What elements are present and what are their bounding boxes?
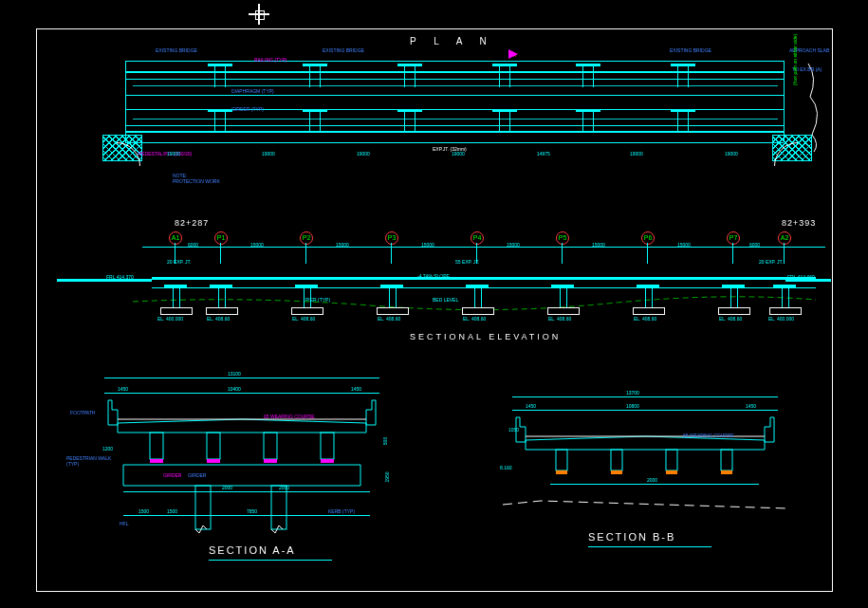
label-pedestrian: PEDESTRIAN WALK (TYP) — [66, 455, 111, 467]
svg-rect-7 — [321, 459, 334, 463]
section-a-svg — [95, 396, 398, 548]
marker-a1: A1 — [169, 231, 182, 245]
marker-p7: P7 — [727, 231, 740, 245]
marker-a2: A2 — [778, 231, 791, 245]
svg-rect-0 — [150, 433, 163, 459]
depth-b: 8.160 — [500, 465, 512, 470]
label-railing: RAILING (TYP) — [254, 57, 286, 63]
marker-p6: P6 — [641, 231, 655, 245]
label-girder-a2: GIRDER — [163, 472, 181, 478]
label-girder: GIRDER (TYP) — [231, 106, 264, 112]
label-rail-b: 1050 — [508, 427, 519, 433]
svg-rect-11 — [611, 450, 622, 470]
label-existing-bridge-2: EXISTING BRIDGE — [323, 47, 364, 53]
marker-p4: P4 — [471, 231, 484, 245]
cad-cursor — [249, 4, 269, 25]
exp-jt-right: 20 EXP. JT. — [759, 259, 783, 265]
section-a-title: SECTION A-A — [209, 544, 296, 556]
label-girder-a: GIRDER — [188, 472, 206, 478]
label-footpath-a: FOOTPATH — [70, 410, 95, 415]
label-diaphragm: DIAPHRAGM (TYP) — [231, 88, 274, 94]
label-wc-b: 65 WEARING COURSE — [683, 433, 734, 438]
station-left: 82+287 — [175, 218, 209, 228]
svg-rect-14 — [556, 470, 567, 474]
label-existing-bridge-3: EXISTING BRIDGE — [670, 47, 711, 53]
label-kerb: KERB (TYP) — [328, 508, 355, 514]
plan-title: P L A N — [410, 36, 494, 46]
svg-rect-3 — [321, 433, 334, 459]
svg-rect-17 — [721, 470, 732, 474]
svg-rect-6 — [264, 459, 277, 463]
svg-rect-10 — [556, 450, 567, 470]
section-b-title: SECTION B-B — [588, 531, 675, 543]
marker-p3: P3 — [385, 231, 398, 245]
svg-rect-13 — [721, 450, 732, 470]
label-wc-a: 65 WEARING COURSE — [264, 414, 315, 419]
label-existing-bridge-1: EXISTING BRIDGE — [156, 47, 197, 53]
label-hfl: HFL — [120, 521, 128, 526]
station-right: 82+393 — [782, 218, 816, 228]
marker-p2: P2 — [300, 231, 313, 245]
svg-rect-2 — [264, 433, 277, 459]
svg-rect-4 — [150, 459, 163, 463]
label-footpath-note: (foot path on either side) — [792, 34, 798, 85]
svg-rect-5 — [207, 459, 220, 463]
svg-rect-1 — [207, 433, 220, 459]
marker-p5: P5 — [556, 231, 569, 245]
elevation-title: SECTIONAL ELEVATION — [410, 332, 561, 341]
label-protection: NOTE: PROTECTION WORK — [173, 173, 220, 184]
svg-rect-15 — [611, 470, 622, 474]
svg-rect-16 — [666, 470, 677, 474]
label-pedestal: PEDESTAL/P.C. (150/20) — [139, 151, 192, 157]
svg-rect-12 — [666, 450, 677, 470]
exp-jt-left: 20 EXP. JT. — [167, 259, 191, 265]
cad-drawing-canvas: { "plan":{ "title":"P L A N", "labels":{… — [0, 0, 868, 608]
section-b-svg — [503, 414, 797, 527]
marker-p1: P1 — [214, 231, 228, 245]
exp-jt-mid: 55 EXP. JT. — [455, 259, 479, 265]
